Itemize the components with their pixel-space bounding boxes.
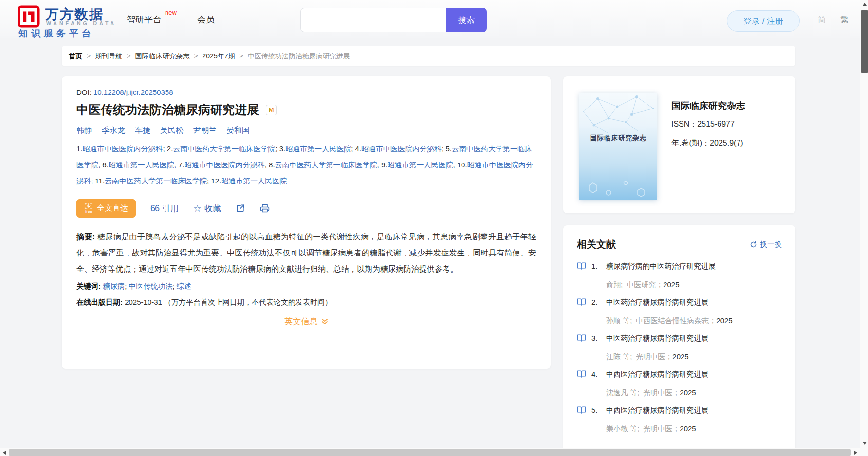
lang-traditional-toggle[interactable]: 繁 — [840, 14, 849, 25]
affiliation-link[interactable]: 昭通市中医医院内分泌科 — [361, 145, 442, 153]
related-item-authors: 江陈 等; — [606, 352, 632, 361]
affiliation-link[interactable]: 昭通市第一人民医院 — [221, 177, 287, 185]
keyword-link[interactable]: 综述 — [177, 282, 191, 290]
journal-cover-title: 国际临床研究杂志 — [579, 134, 657, 143]
author-link[interactable]: 吴民松 — [160, 126, 184, 134]
affiliation-link[interactable]: 昭通市第一人民医院 — [285, 145, 351, 153]
affiliation-link[interactable]: 云南中医药大学第一临床医学院 — [105, 177, 207, 185]
keywords-row: 关键词: 糖尿病; 中医传统功法; 综述 — [76, 282, 536, 291]
cite-button[interactable]: 66 引用 — [150, 203, 179, 214]
book-icon — [577, 333, 587, 345]
free-label: free — [85, 210, 92, 214]
vertical-scrollbar[interactable] — [860, 0, 868, 448]
search-button[interactable]: 搜索 — [446, 8, 487, 32]
related-title: 相关文献 — [577, 238, 616, 251]
book-icon — [577, 405, 587, 417]
print-button[interactable] — [260, 203, 270, 213]
english-info-toggle[interactable]: 英文信息 — [285, 316, 328, 327]
journal-name-link[interactable]: 国际临床研究杂志 — [671, 100, 745, 112]
breadcrumb-link[interactable]: 2025年7期 — [203, 52, 235, 60]
refresh-related-button[interactable]: 换一换 — [750, 240, 782, 249]
related-item-authors: 崇小敏 等; — [606, 424, 639, 433]
related-item-title[interactable]: 糖尿病肾病的中医药治疗研究进展 — [606, 261, 716, 272]
article-title: 中医传统功法防治糖尿病研究进展 — [76, 103, 259, 116]
fulltext-label: 全文直达 — [97, 203, 128, 214]
cite-label: 引用 — [162, 203, 179, 214]
fulltext-button[interactable]: free 全文直达 — [76, 199, 136, 218]
related-item: 5. 中西医治疗糖尿病肾病研究进展 崇小敏 等;光明中医；2025 — [577, 405, 782, 434]
affiliation-link[interactable]: 云南中医药大学第一临床医学院 — [275, 161, 377, 169]
scroll-right-arrow[interactable] — [851, 448, 860, 456]
breadcrumb-link[interactable]: 国际临床研究杂志 — [135, 52, 189, 60]
related-item-title[interactable]: 中西医治疗糖尿病肾病研究进展 — [606, 405, 708, 416]
book-icon — [577, 261, 587, 273]
affiliation-link[interactable]: 昭通市中医医院内分泌科 — [185, 161, 265, 169]
related-item-year: 2025 — [680, 388, 696, 397]
related-item: 1. 糖尿病肾病的中医药治疗研究进展 俞翔;中医研究；2025 — [577, 261, 782, 290]
search-input[interactable] — [300, 8, 446, 32]
journal-card: 国际临床研究杂志 国际临床研究杂志 ISSN：2515-6977 年,卷(期)：… — [563, 76, 795, 213]
affiliation-number: 7. — [178, 161, 185, 169]
author-link[interactable]: 韩静 — [76, 126, 92, 134]
scroll-up-arrow[interactable] — [860, 0, 868, 8]
related-literature-card: 相关文献 换一换 1. 糖尿病肾病的中医药治疗研究进展 俞翔;中医研究；2025 — [563, 225, 795, 456]
journal-issn-row: ISSN：2515-6977 — [671, 119, 735, 129]
breadcrumb-link[interactable]: 期刊导航 — [95, 52, 122, 60]
breadcrumb-separator: > — [240, 52, 243, 60]
author-link[interactable]: 晏和国 — [226, 126, 250, 134]
affiliation-link[interactable]: 昭通市中医医院内分泌科 — [83, 145, 163, 153]
login-register-button[interactable]: 登录 / 注册 — [727, 10, 800, 32]
related-item-authors: 俞翔; — [606, 280, 623, 289]
horizontal-scrollbar-thumb[interactable] — [9, 449, 851, 456]
journal-cover[interactable]: 国际临床研究杂志 — [579, 93, 657, 200]
affiliation-link[interactable]: 昭通市第一人民医院 — [109, 161, 174, 169]
affiliation-link[interactable]: 云南中医药大学第一临床医学院 — [173, 145, 275, 153]
related-list: 1. 糖尿病肾病的中医药治疗研究进展 俞翔;中医研究；2025 2. 中医药治疗… — [577, 261, 782, 434]
doi-link[interactable]: 10.12208/j.ijcr.20250358 — [93, 88, 173, 96]
wanfang-logo[interactable]: 万方数据 WANFANG DATA 知识服务平台 — [18, 4, 129, 38]
breadcrumb-separator: > — [87, 52, 91, 60]
related-item-source: 中医研究； — [627, 280, 663, 289]
lang-simplified-toggle[interactable]: 简 — [818, 14, 826, 25]
breadcrumb-link[interactable]: 首页 — [69, 52, 82, 60]
favorite-button[interactable]: ☆ 收藏 — [193, 203, 221, 214]
affiliation-number: 2. — [167, 145, 173, 153]
affiliation-separator: ; — [453, 161, 457, 169]
search-bar: 搜索 — [300, 8, 487, 32]
author-link[interactable]: 季永龙 — [102, 126, 125, 134]
author-link[interactable]: 车捷 — [135, 126, 150, 134]
affiliation-number: 9. — [381, 161, 388, 169]
vertical-scrollbar-thumb[interactable] — [861, 10, 868, 73]
keyword-link[interactable]: 糖尿病 — [103, 282, 125, 290]
keywords-label: 关键词: — [76, 282, 101, 290]
related-item-meta: 江陈 等;光明中医；2025 — [606, 351, 782, 362]
author-list: 韩静季永龙车捷吴民松尹朝兰晏和国 — [76, 126, 536, 136]
related-item-title[interactable]: 中医药治疗糖尿病肾病研究进展 — [606, 297, 708, 308]
affiliation-separator: ; — [174, 161, 178, 169]
new-badge: new — [165, 9, 177, 16]
related-item-title[interactable]: 中医药治疗糖尿病肾病研究进展 — [606, 333, 708, 344]
brand-tagline: 知识服务平台 — [18, 27, 94, 40]
affiliation-number: 5. — [445, 145, 452, 153]
refresh-label: 换一换 — [760, 240, 782, 249]
affiliation-link[interactable]: 昭通市第一人民医院 — [387, 161, 453, 169]
scroll-down-arrow[interactable] — [860, 439, 868, 447]
share-icon — [236, 203, 245, 213]
nav-zhiyan-label: 智研平台 — [127, 15, 162, 24]
book-icon — [577, 369, 587, 381]
scroll-left-arrow[interactable] — [0, 448, 8, 456]
nav-member[interactable]: 会员 — [197, 14, 215, 25]
keyword-link[interactable]: 中医传统功法 — [129, 282, 173, 290]
related-item-title[interactable]: 中西医治疗糖尿病肾病研究进展 — [606, 369, 708, 380]
nav-zhiyan-platform[interactable]: 智研平台 new — [127, 14, 162, 25]
author-link[interactable]: 尹朝兰 — [193, 126, 217, 134]
journal-volume-row: 年,卷(期)：2025,9(7) — [671, 138, 743, 148]
brand-name-en: WANFANG DATA — [46, 20, 116, 26]
related-item-source: 光明中医； — [643, 388, 680, 397]
affiliation-separator: ; — [163, 145, 167, 153]
nav-member-label: 会员 — [197, 15, 215, 24]
related-item: 4. 中西医治疗糖尿病肾病研究进展 沈逸凡 等;光明中医；2025 — [577, 369, 782, 398]
medical-badge: M — [266, 105, 277, 115]
share-button[interactable] — [236, 203, 245, 213]
horizontal-scrollbar[interactable] — [0, 448, 860, 456]
